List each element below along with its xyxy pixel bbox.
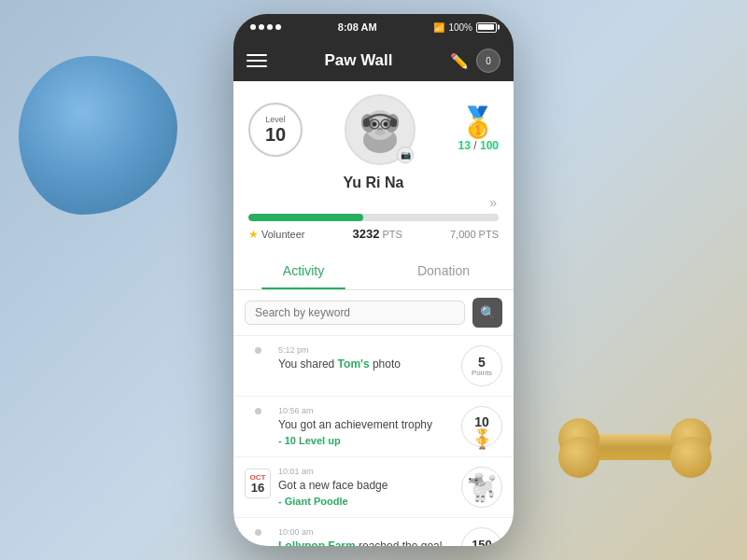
profile-stats: ★ Volunteer 3232 PTS 7,000 PTS xyxy=(248,227,499,241)
timeline-dot-4 xyxy=(245,529,271,536)
status-time: 8:08 AM xyxy=(338,21,377,33)
edit-button[interactable]: ✏️ xyxy=(450,52,469,70)
header-title: Paw Wall xyxy=(324,51,392,70)
rank-label: Volunteer xyxy=(261,229,304,240)
search-button[interactable]: 🔍 xyxy=(472,298,502,328)
pts-goal: 7,000 PTS xyxy=(450,229,499,240)
pts-value: 3232 xyxy=(353,227,380,241)
tab-donation[interactable]: Donation xyxy=(374,252,514,289)
search-bar: 🔍 xyxy=(233,290,514,336)
avatar-wrap: 📷 xyxy=(345,94,416,165)
profile-section: Level 10 xyxy=(233,81,514,252)
pts-display: 3232 PTS xyxy=(353,227,402,241)
activity-sub-3: - Giant Poodle xyxy=(278,496,454,507)
activity-time-2: 10:56 am xyxy=(278,406,454,415)
timeline-dot-1 xyxy=(245,347,271,354)
activity-content-2: 10:56 am You got an achievement trophy -… xyxy=(278,406,454,446)
header-actions: ✏️ 0 xyxy=(450,49,500,73)
wifi-icon: 📶 xyxy=(433,22,444,33)
svg-point-7 xyxy=(373,122,377,127)
activity-time-4: 10:00 am xyxy=(278,527,454,537)
level-number: 10 xyxy=(265,124,286,145)
svg-rect-11 xyxy=(363,119,370,127)
battery-fill xyxy=(478,24,494,30)
timeline-date-3: Oct 16 xyxy=(245,469,271,498)
timeline-dot-2 xyxy=(245,408,271,414)
toy-right xyxy=(551,411,719,485)
star-icon: ★ xyxy=(248,228,259,241)
activity-item-3: Oct 16 10:01 am Got a new face badge - G… xyxy=(233,457,514,518)
signal-dot-2 xyxy=(259,24,264,30)
volunteer-label: ★ Volunteer xyxy=(248,228,304,241)
tab-activity[interactable]: Activity xyxy=(233,252,374,289)
activity-time-1: 5:12 pm xyxy=(278,345,454,355)
dot-1 xyxy=(255,347,261,354)
activity-content-3: 10:01 am Got a new face badge - Giant Po… xyxy=(278,467,454,507)
signal-dot-4 xyxy=(275,24,281,30)
achievement-area: 🥇 13 / 100 xyxy=(458,107,499,152)
profile-top: Level 10 xyxy=(248,94,499,165)
profile-name: Yu Ri Na xyxy=(248,175,499,191)
activity-text-1: You shared Tom's photo xyxy=(278,357,454,372)
phone-frame: 8:08 AM 📶 100% Paw Wall ✏️ 0 xyxy=(233,14,514,546)
svg-rect-12 xyxy=(390,119,397,127)
activity-content-1: 5:12 pm You shared Tom's photo xyxy=(278,345,454,372)
activity-time-3: 10:01 am xyxy=(278,467,454,476)
search-input[interactable] xyxy=(245,301,465,325)
signal-dots xyxy=(250,24,281,30)
activity-list: 5:12 pm You shared Tom's photo 5 Points … xyxy=(233,336,514,546)
poodle-icon: 🐩 xyxy=(466,472,499,503)
activity-item-2: 10:56 am You got an achievement trophy -… xyxy=(233,397,514,457)
content-area: Level 10 xyxy=(233,81,514,546)
search-icon: 🔍 xyxy=(480,305,496,320)
notification-count: 0 xyxy=(486,56,491,66)
status-bar: 8:08 AM 📶 100% xyxy=(233,14,514,40)
camera-button[interactable]: 📷 xyxy=(397,147,414,163)
activity-text-4: Lollypop Farm reached the goal xyxy=(278,539,454,546)
battery-icon xyxy=(476,22,497,33)
activity-text-2: You got an achievement trophy xyxy=(278,417,454,433)
svg-point-10 xyxy=(374,130,386,135)
achievement-count: 13 / 100 xyxy=(458,139,499,152)
activity-badge-3: 🐩 xyxy=(461,467,502,508)
battery-percent: 100% xyxy=(448,22,472,33)
achievement-icon: 🥇 xyxy=(459,107,497,137)
date-box: Oct 16 xyxy=(245,469,271,498)
level-label: Level xyxy=(265,115,286,124)
app-header: Paw Wall ✏️ 0 xyxy=(233,40,514,81)
activity-badge-4: 150 Points xyxy=(461,527,502,546)
signal-dot-3 xyxy=(267,24,273,30)
activity-text-3: Got a new face badge xyxy=(278,478,454,494)
chevron-right-icon[interactable]: » xyxy=(248,195,499,210)
dot-2 xyxy=(255,408,261,414)
tabs: Activity Donation xyxy=(233,252,514,290)
progress-bar xyxy=(248,214,499,221)
status-right: 📶 100% xyxy=(433,22,497,33)
activity-badge-1: 5 Points xyxy=(461,345,502,386)
activity-item-4: 10:00 am Lollypop Farm reached the goal … xyxy=(233,518,514,546)
activity-sub-2: - 10 Level up xyxy=(278,435,454,446)
dot-4 xyxy=(255,529,261,536)
menu-button[interactable] xyxy=(247,54,267,67)
notification-button[interactable]: 0 xyxy=(476,49,500,73)
pts-label: PTS xyxy=(383,229,402,240)
activity-item: 5:12 pm You shared Tom's photo 5 Points xyxy=(233,336,514,397)
hamburger-line-2 xyxy=(247,60,267,62)
activity-content-4: 10:00 am Lollypop Farm reached the goal xyxy=(278,527,454,546)
activity-badge-2: 10 🏆 xyxy=(461,406,502,447)
svg-point-8 xyxy=(384,122,388,127)
level-badge: Level 10 xyxy=(248,103,303,157)
date-day: 16 xyxy=(251,482,264,494)
hamburger-line-1 xyxy=(247,54,267,56)
signal-dot-1 xyxy=(250,24,256,30)
progress-bar-fill xyxy=(248,214,363,221)
hamburger-line-3 xyxy=(247,65,267,67)
